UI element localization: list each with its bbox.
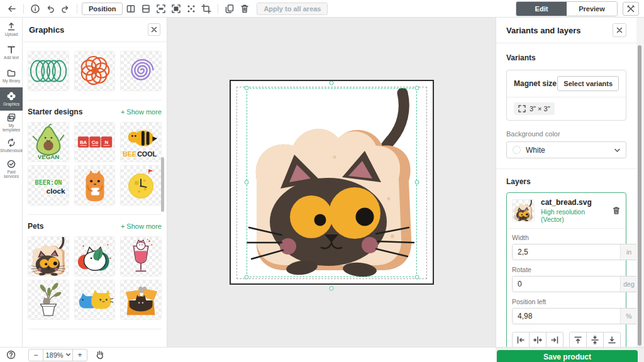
variants-layers-panel: Variants and layers Variants Magnet size… bbox=[496, 18, 636, 347]
back-button[interactable] bbox=[5, 2, 19, 16]
tools-button[interactable] bbox=[623, 2, 639, 16]
bacon-ba-text: BA bbox=[80, 140, 87, 145]
undo-button[interactable] bbox=[43, 2, 57, 16]
handle-bottom-left[interactable] bbox=[245, 275, 249, 280]
select-variants-button[interactable]: Select variants bbox=[557, 76, 619, 91]
graphic-thumb-cat-in-box[interactable] bbox=[120, 280, 162, 320]
pattern-icon[interactable] bbox=[184, 2, 198, 16]
pets-title: Pets bbox=[28, 222, 43, 231]
zoom-controls: − 189% + bbox=[28, 349, 87, 361]
align-left-button[interactable] bbox=[512, 332, 530, 348]
handle-top-right[interactable] bbox=[415, 86, 419, 90]
folder-icon bbox=[6, 68, 16, 78]
graphics-panel-close-button[interactable] bbox=[148, 23, 160, 36]
sidebar-item-shutterstock[interactable]: Shutterstock bbox=[0, 134, 23, 157]
layer-trash-button[interactable] bbox=[612, 206, 621, 215]
magnet-size-label: Magnet size bbox=[514, 79, 557, 88]
white-swatch bbox=[513, 146, 521, 154]
graphic-thumb-white-cat-leaf[interactable] bbox=[74, 236, 116, 277]
sidebar-item-paid-services[interactable]: Paid services bbox=[0, 157, 23, 180]
fit-area-icon[interactable] bbox=[154, 2, 168, 16]
trash-icon[interactable] bbox=[238, 2, 252, 16]
layer-quality-badge: High resolution (Vector) bbox=[541, 208, 606, 223]
graphic-thumb-vegan-avocado[interactable]: VEGAN bbox=[28, 122, 69, 162]
right-scrollbar-thumb[interactable] bbox=[638, 45, 641, 346]
size-variant-chip[interactable]: 3" × 3" bbox=[514, 102, 555, 115]
horizontal-align-group bbox=[512, 332, 564, 348]
graphics-scrollbar-thumb[interactable] bbox=[161, 157, 164, 212]
graphics-panel: Graphics Starte bbox=[23, 18, 167, 347]
cool-text: COOL bbox=[138, 150, 157, 158]
fill-area-icon[interactable] bbox=[169, 2, 183, 16]
graphic-thumb-purple-spiral[interactable] bbox=[120, 51, 162, 91]
handle-middle-left[interactable] bbox=[245, 180, 249, 185]
apply-all-button[interactable]: Apply to all areas bbox=[257, 3, 328, 15]
pets-show-more-link[interactable]: + Show more bbox=[121, 222, 162, 230]
position-left-input[interactable] bbox=[513, 309, 620, 324]
tab-edit[interactable]: Edit bbox=[516, 2, 567, 16]
align-center-vertical-button[interactable] bbox=[586, 332, 604, 348]
crop-icon[interactable] bbox=[199, 2, 213, 16]
handle-rotate-bottom[interactable] bbox=[330, 287, 334, 291]
align-top-button[interactable] bbox=[569, 332, 587, 348]
graphic-thumb-cat-bread[interactable] bbox=[28, 236, 69, 277]
rotate-input[interactable] bbox=[513, 277, 620, 292]
help-button[interactable] bbox=[6, 350, 16, 359]
sidebar-item-add-text[interactable]: Add text bbox=[0, 41, 23, 64]
sidebar-item-graphics[interactable]: Graphics bbox=[0, 87, 23, 111]
divider bbox=[28, 214, 162, 215]
edit-preview-toggle: Edit Preview bbox=[516, 1, 618, 16]
graphic-thumb-orange-flower[interactable] bbox=[74, 51, 116, 91]
position-button[interactable]: Position bbox=[82, 3, 123, 15]
align-bottom-button[interactable] bbox=[603, 332, 621, 348]
duplicate-icon[interactable] bbox=[223, 2, 236, 16]
graphic-thumb-cheese-clock[interactable] bbox=[120, 165, 162, 206]
divider bbox=[23, 41, 167, 42]
mirror-vertical-icon[interactable] bbox=[139, 2, 153, 16]
templates-icon bbox=[6, 112, 16, 123]
zoom-level-select[interactable]: 189% bbox=[43, 349, 73, 361]
canvas-bottom-bar: − 189% + bbox=[0, 347, 496, 362]
zoom-in-button[interactable]: + bbox=[72, 349, 87, 361]
mirror-horizontal-icon[interactable] bbox=[124, 2, 138, 16]
graphic-thumb-bacon-elements[interactable]: BA Co N bbox=[74, 122, 116, 162]
panel-close-button[interactable] bbox=[613, 23, 626, 37]
pan-hand-button[interactable] bbox=[95, 350, 104, 359]
divider bbox=[218, 4, 218, 14]
background-color-select[interactable]: White bbox=[506, 141, 626, 158]
graphic-thumb-plant-pot-cat[interactable] bbox=[28, 280, 69, 320]
info-button[interactable] bbox=[28, 2, 42, 16]
sidebar-item-my-library[interactable]: My library bbox=[0, 64, 23, 87]
handle-top-left[interactable] bbox=[245, 86, 249, 90]
graphic-thumb-wine-glass-cat[interactable] bbox=[120, 236, 162, 277]
tab-preview[interactable]: Preview bbox=[567, 2, 617, 16]
handle-bottom-right[interactable] bbox=[415, 275, 419, 280]
graphic-thumb-green-rings[interactable] bbox=[28, 51, 69, 91]
graphic-thumb-blue-yellow-cats[interactable] bbox=[74, 280, 116, 320]
magnet-editor: Position Apply to all areas Edit Preview… bbox=[0, 0, 644, 362]
sidebar-item-upload[interactable]: Upload bbox=[0, 18, 23, 41]
graphic-thumb-cat-with-mug[interactable] bbox=[74, 165, 116, 206]
save-product-button[interactable]: Save product bbox=[497, 350, 638, 362]
handle-middle-right[interactable] bbox=[415, 180, 419, 185]
panel-title: Variants and layers bbox=[506, 26, 581, 35]
graphic-thumb-bee-cool[interactable]: BEE COOL bbox=[120, 122, 162, 162]
layer-card[interactable]: cat_bread.svg High resolution (Vector) W… bbox=[506, 192, 626, 354]
bee-text: BEE bbox=[123, 150, 136, 158]
starter-designs-title: Starter designs bbox=[28, 107, 82, 116]
selection-outline bbox=[247, 88, 417, 277]
variants-heading: Variants bbox=[506, 53, 626, 62]
badge-check-icon bbox=[6, 159, 16, 169]
graphic-thumb-beer-clock[interactable]: BEER:ON clock bbox=[28, 165, 69, 206]
align-center-horizontal-button[interactable] bbox=[529, 332, 547, 348]
sidebar-item-my-templates[interactable]: My templates bbox=[0, 111, 23, 134]
starter-show-more-link[interactable]: + Show more bbox=[121, 108, 162, 116]
width-input[interactable] bbox=[513, 244, 620, 260]
divider bbox=[496, 168, 636, 169]
redo-button[interactable] bbox=[58, 2, 72, 16]
align-right-button[interactable] bbox=[546, 332, 564, 348]
zoom-out-button[interactable]: − bbox=[28, 349, 43, 361]
flower-icon bbox=[6, 91, 16, 101]
shutterstock-icon bbox=[6, 138, 16, 148]
handle-rotate-top[interactable] bbox=[330, 81, 334, 85]
